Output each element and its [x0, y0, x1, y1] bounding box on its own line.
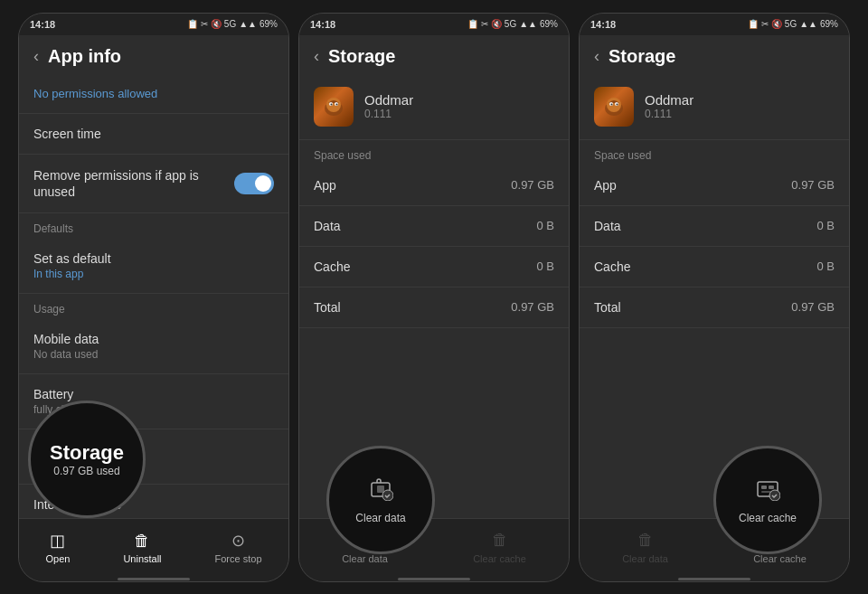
- clear-cache-svg: [755, 476, 780, 501]
- total-row-value-3: 0.97 GB: [791, 300, 835, 314]
- volume-icon: 🔇: [211, 19, 222, 29]
- cache-row-label-3: Cache: [594, 259, 630, 274]
- clear-data-action-3[interactable]: 🗑 Clear data: [622, 531, 668, 564]
- nav-bar-1: ‹ App info: [19, 35, 288, 74]
- signal-icon: 5G: [224, 19, 236, 29]
- clear-data-label: Clear data: [355, 512, 405, 524]
- uninstall-label: Uninstall: [123, 553, 161, 564]
- screen-time-label: Screen time: [33, 127, 274, 141]
- storage-circle: Storage 0.97 GB used: [28, 401, 146, 518]
- svg-point-5: [336, 103, 338, 105]
- notification-icon: 📋: [187, 19, 198, 29]
- status-icons-2: 📋 ✂ 🔇 5G ▲▲ 69%: [467, 19, 558, 29]
- back-button-3[interactable]: ‹: [594, 47, 599, 66]
- screen-time-item[interactable]: Screen time: [19, 114, 288, 155]
- app-info-row-3: Oddmar 0.111: [580, 74, 849, 140]
- open-icon: ◫: [50, 531, 65, 551]
- app-info-bottom-bar: ◫ Open 🗑 Uninstall ⊙ Force stop: [19, 518, 288, 577]
- clear-data-icon: [368, 476, 393, 506]
- svg-point-13: [611, 103, 613, 105]
- set-default-item[interactable]: Set as default In this app: [19, 239, 288, 294]
- storage-row-total-2: Total 0.97 GB: [299, 288, 569, 328]
- storage-screen-3: ‹ Storage Oddmar 0.111 Space used: [580, 35, 849, 518]
- status-icons-1: 📋 ✂ 🔇 5G ▲▲ 69%: [187, 19, 278, 29]
- force-stop-label: Force stop: [215, 553, 262, 564]
- screen-title-1: App info: [48, 46, 121, 67]
- home-indicator-1: [19, 577, 288, 581]
- svg-rect-16: [761, 486, 767, 489]
- app-details-3: Oddmar 0.111: [645, 92, 693, 120]
- phone-frame-1: 14:18 📋 ✂ 🔇 5G ▲▲ 69% ‹ App info No perm…: [18, 13, 289, 582]
- clear-cache-action-icon-2: 🗑: [492, 531, 508, 550]
- permissions-toggle-row[interactable]: Remove permissions if app is unused: [19, 155, 288, 213]
- data-row-value-2: 0 B: [536, 219, 554, 232]
- cache-row-value-3: 0 B: [816, 259, 835, 273]
- permissions-toggle[interactable]: [234, 173, 274, 194]
- total-row-label-2: Total: [314, 300, 341, 315]
- app-version-3: 0.111: [645, 108, 693, 120]
- clear-cache-action-2[interactable]: 🗑 Clear cache: [473, 531, 526, 564]
- force-stop-action[interactable]: ⊙ Force stop: [215, 531, 262, 564]
- svg-point-14: [617, 103, 618, 105]
- svg-point-10: [607, 98, 621, 112]
- app-version-2: 0.111: [364, 108, 413, 120]
- oddmar-icon-svg-3: [599, 92, 628, 121]
- open-action[interactable]: ◫ Open: [45, 531, 70, 564]
- storage-circle-title: Storage: [50, 441, 124, 465]
- clear-cache-circle: Clear cache: [713, 446, 822, 554]
- mobile-data-label: Mobile data: [33, 332, 274, 346]
- back-button-2[interactable]: ‹: [314, 47, 319, 66]
- svg-rect-7: [377, 486, 384, 493]
- permissions-item[interactable]: No permissions allowed: [19, 74, 288, 114]
- storage-circle-sub: 0.97 GB used: [53, 465, 119, 477]
- app-row-value-2: 0.97 GB: [511, 178, 554, 192]
- status-bar-3: 14:18 📋 ✂ 🔇 5G ▲▲ 69%: [580, 14, 849, 35]
- storage-row-total-3: Total 0.97 GB: [580, 288, 849, 328]
- data-row-value-3: 0 B: [816, 219, 835, 232]
- home-indicator-3: [580, 577, 849, 581]
- permissions-toggle-label: Remove permissions if app is unused: [33, 167, 214, 200]
- volume-icon-3: 🔇: [771, 19, 782, 29]
- phone-frame-2: 14:18 📋 ✂ 🔇 5G ▲▲ 69% ‹ Storage: [298, 13, 570, 582]
- clear-cache-label: Clear cache: [739, 512, 797, 524]
- nav-bar-3: ‹ Storage: [580, 35, 849, 74]
- clear-cache-icon: [755, 476, 780, 506]
- back-button-1[interactable]: ‹: [33, 47, 39, 66]
- app-icon-3: [594, 87, 634, 127]
- screenshot-icon-3: ✂: [761, 19, 769, 29]
- app-row-value-3: 0.97 GB: [791, 178, 835, 192]
- clear-data-action-label-3: Clear data: [622, 553, 668, 564]
- app-name-2: Oddmar: [364, 92, 413, 108]
- uninstall-icon: 🗑: [134, 532, 150, 551]
- volume-icon-2: 🔇: [491, 19, 502, 29]
- cache-row-label-2: Cache: [314, 259, 350, 274]
- status-bar-1: 14:18 📋 ✂ 🔇 5G ▲▲ 69%: [19, 14, 288, 35]
- defaults-section: Defaults: [19, 213, 288, 239]
- wifi-icon-3: ▲▲: [799, 19, 817, 29]
- notification-icon-2: 📋: [467, 19, 478, 29]
- clear-cache-action-label-3: Clear cache: [753, 553, 807, 564]
- permissions-label: No permissions allowed: [33, 87, 274, 100]
- phone-frame-3: 14:18 📋 ✂ 🔇 5G ▲▲ 69% ‹ Storage: [579, 13, 850, 582]
- battery-icon: 69%: [259, 19, 278, 29]
- battery-icon-3: 69%: [820, 19, 838, 29]
- status-time-3: 14:18: [590, 19, 616, 30]
- usage-section: Usage: [19, 294, 288, 319]
- data-row-label-2: Data: [314, 219, 341, 233]
- signal-icon-3: 5G: [785, 19, 797, 29]
- data-row-label-3: Data: [594, 219, 621, 233]
- wifi-icon-2: ▲▲: [519, 19, 537, 29]
- svg-rect-17: [769, 486, 774, 489]
- status-bar-2: 14:18 📋 ✂ 🔇 5G ▲▲ 69%: [299, 14, 569, 35]
- total-row-value-2: 0.97 GB: [511, 300, 554, 314]
- uninstall-action[interactable]: 🗑 Uninstall: [123, 532, 161, 564]
- wifi-icon: ▲▲: [239, 19, 257, 29]
- cache-row-value-2: 0 B: [536, 259, 554, 273]
- mobile-data-item[interactable]: Mobile data No data used: [19, 319, 288, 374]
- storage-row-app-3: App 0.97 GB: [580, 165, 849, 206]
- battery-icon-2: 69%: [540, 19, 558, 29]
- status-time-1: 14:18: [30, 19, 55, 30]
- set-default-label: Set as default: [33, 251, 274, 266]
- oddmar-icon-svg: [319, 92, 348, 121]
- clear-data-circle: Clear data: [326, 446, 435, 554]
